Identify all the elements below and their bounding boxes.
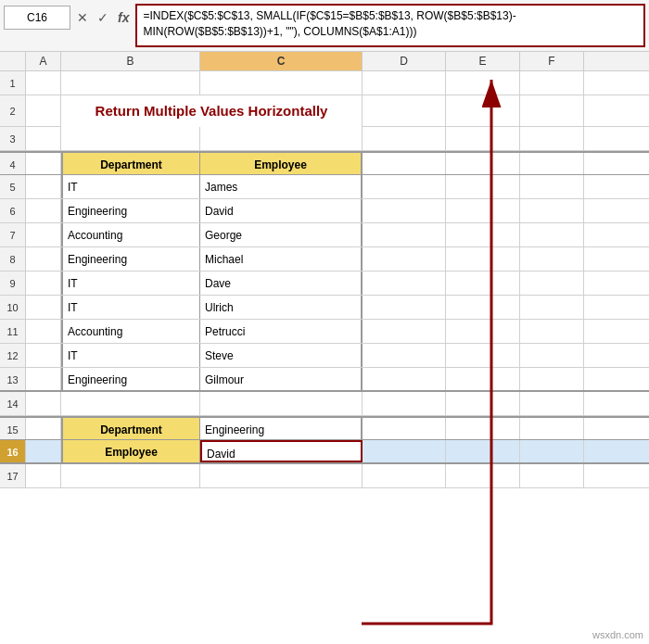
cell-c14[interactable] xyxy=(200,392,363,415)
cell-c7[interactable]: George xyxy=(200,223,363,246)
cell-b10[interactable]: IT xyxy=(61,296,200,319)
cell-a7[interactable] xyxy=(26,223,61,246)
col-header-b[interactable]: B xyxy=(61,52,200,70)
cell-e12[interactable] xyxy=(446,344,520,367)
cell-d8[interactable] xyxy=(363,247,446,271)
cell-ref-box[interactable]: C16 xyxy=(4,6,70,30)
cell-c1[interactable] xyxy=(200,71,363,95)
cell-d9[interactable] xyxy=(363,271,446,295)
cell-f14[interactable] xyxy=(520,392,584,415)
cell-c3[interactable] xyxy=(200,127,363,150)
cell-d5[interactable] xyxy=(363,175,446,198)
cell-b14[interactable] xyxy=(61,392,200,415)
cell-c6[interactable]: David xyxy=(200,199,363,222)
cell-b9[interactable]: IT xyxy=(61,271,200,295)
cell-c13[interactable]: Gilmour xyxy=(200,368,363,390)
cell-d15[interactable] xyxy=(363,418,446,439)
cell-b8[interactable]: Engineering xyxy=(61,247,200,271)
cell-b4-dept-header[interactable]: Department xyxy=(61,153,200,174)
cell-d1[interactable] xyxy=(363,71,446,95)
cell-b12[interactable]: IT xyxy=(61,344,200,367)
cell-e13[interactable] xyxy=(446,368,520,390)
cell-b11[interactable]: Accounting xyxy=(61,320,200,343)
cell-c16-result[interactable]: David xyxy=(200,440,363,462)
cell-a15[interactable] xyxy=(26,418,61,439)
cell-a3[interactable] xyxy=(26,127,61,150)
cell-d2[interactable] xyxy=(363,95,446,127)
cell-e11[interactable] xyxy=(446,320,520,343)
cell-e1[interactable] xyxy=(446,71,520,95)
cell-b13[interactable]: Engineering xyxy=(61,368,200,390)
cell-d10[interactable] xyxy=(363,296,446,319)
cell-d11[interactable] xyxy=(363,320,446,343)
cell-a9[interactable] xyxy=(26,271,61,295)
col-header-a[interactable]: A xyxy=(26,52,61,70)
cell-a14[interactable] xyxy=(26,392,61,415)
cell-e5[interactable] xyxy=(446,175,520,198)
cell-b16-emp[interactable]: Employee xyxy=(61,440,200,462)
cell-e4[interactable] xyxy=(446,153,520,174)
cell-d17[interactable] xyxy=(363,464,446,487)
cell-f17[interactable] xyxy=(520,464,584,487)
cell-e9[interactable] xyxy=(446,271,520,295)
cell-c10[interactable]: Ulrich xyxy=(200,296,363,319)
cell-f8[interactable] xyxy=(520,247,584,271)
cell-d4[interactable] xyxy=(363,153,446,174)
cell-e16[interactable] xyxy=(446,440,520,462)
cell-f4[interactable] xyxy=(520,153,584,174)
formula-input[interactable]: =INDEX($C$5:$C$13, SMALL(IF($C$15=$B$5:$… xyxy=(135,4,645,47)
col-header-c[interactable]: C xyxy=(200,52,363,70)
insert-function-icon[interactable]: fx xyxy=(115,10,132,25)
cell-d6[interactable] xyxy=(363,199,446,222)
cell-d16[interactable] xyxy=(363,440,446,462)
cell-f7[interactable] xyxy=(520,223,584,246)
cell-e14[interactable] xyxy=(446,392,520,415)
cancel-icon[interactable]: ✕ xyxy=(74,10,91,25)
cell-a2[interactable] xyxy=(26,95,61,127)
cell-b1[interactable] xyxy=(61,71,200,95)
cell-c8[interactable]: Michael xyxy=(200,247,363,271)
cell-a16[interactable] xyxy=(26,440,61,462)
cell-f6[interactable] xyxy=(520,199,584,222)
cell-e15[interactable] xyxy=(446,418,520,439)
cell-f16[interactable] xyxy=(520,440,584,462)
col-header-f[interactable]: F xyxy=(520,52,584,70)
cell-c4-emp-header[interactable]: Employee xyxy=(200,153,363,174)
cell-f3[interactable] xyxy=(520,127,584,150)
cell-a6[interactable] xyxy=(26,199,61,222)
cell-b15-dept[interactable]: Department xyxy=(61,418,200,439)
cell-b3[interactable] xyxy=(61,127,200,150)
cell-d13[interactable] xyxy=(363,368,446,390)
cell-a17[interactable] xyxy=(26,464,61,487)
col-header-e[interactable]: E xyxy=(446,52,520,70)
cell-f1[interactable] xyxy=(520,71,584,95)
cell-b17[interactable] xyxy=(61,464,200,487)
cell-f5[interactable] xyxy=(520,175,584,198)
cell-f10[interactable] xyxy=(520,296,584,319)
cell-d14[interactable] xyxy=(363,392,446,415)
cell-f12[interactable] xyxy=(520,344,584,367)
cell-e2[interactable] xyxy=(446,95,520,127)
cell-c15[interactable]: Engineering xyxy=(200,418,363,439)
confirm-icon[interactable]: ✓ xyxy=(95,10,111,25)
cell-a11[interactable] xyxy=(26,320,61,343)
cell-e17[interactable] xyxy=(446,464,520,487)
col-header-d[interactable]: D xyxy=(363,52,446,70)
cell-b2-title[interactable]: Return Multiple Values Horizontally xyxy=(61,95,363,127)
cell-e6[interactable] xyxy=(446,199,520,222)
cell-a1[interactable] xyxy=(26,71,61,95)
cell-c9[interactable]: Dave xyxy=(200,271,363,295)
cell-e10[interactable] xyxy=(446,296,520,319)
cell-b6[interactable]: Engineering xyxy=(61,199,200,222)
cell-e3[interactable] xyxy=(446,127,520,150)
cell-a8[interactable] xyxy=(26,247,61,271)
cell-f9[interactable] xyxy=(520,271,584,295)
cell-e8[interactable] xyxy=(446,247,520,271)
cell-c11[interactable]: Petrucci xyxy=(200,320,363,343)
cell-f15[interactable] xyxy=(520,418,584,439)
cell-a10[interactable] xyxy=(26,296,61,319)
cell-a13[interactable] xyxy=(26,368,61,390)
cell-b5[interactable]: IT xyxy=(61,175,200,198)
cell-d3[interactable] xyxy=(363,127,446,150)
cell-d12[interactable] xyxy=(363,344,446,367)
